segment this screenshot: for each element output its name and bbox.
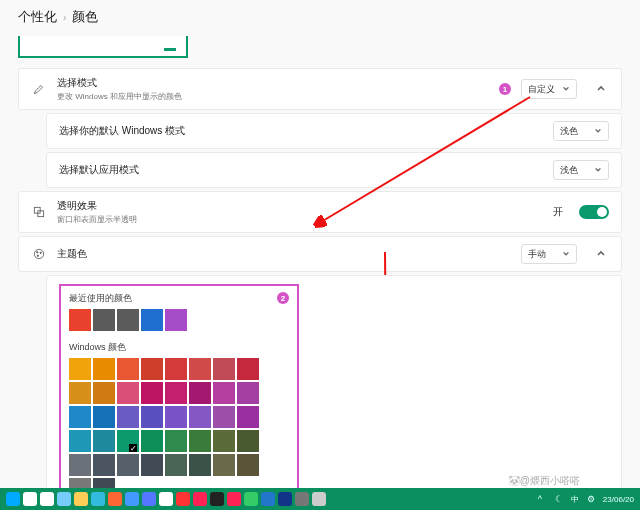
color-swatch[interactable] — [237, 358, 259, 380]
color-swatch[interactable] — [189, 382, 211, 404]
color-swatch[interactable] — [117, 454, 139, 476]
color-swatch[interactable] — [165, 454, 187, 476]
row-title: 选择默认应用模式 — [59, 163, 543, 177]
transparency-icon — [31, 204, 47, 220]
windows-mode-dropdown[interactable]: 浅色 — [553, 121, 609, 141]
color-swatch[interactable] — [93, 478, 115, 488]
taskbar-search-icon[interactable] — [23, 492, 37, 506]
taskbar-clip-icon[interactable] — [210, 492, 224, 506]
color-swatch[interactable] — [213, 454, 235, 476]
row-app-mode[interactable]: 选择默认应用模式 浅色 — [46, 152, 622, 188]
color-swatch[interactable] — [189, 454, 211, 476]
color-swatch[interactable] — [93, 454, 115, 476]
color-swatch[interactable] — [141, 406, 163, 428]
color-swatch[interactable] — [141, 454, 163, 476]
row-windows-mode[interactable]: 选择你的默认 Windows 模式 浅色 — [46, 113, 622, 149]
color-swatch[interactable] — [213, 358, 235, 380]
color-swatch[interactable] — [213, 382, 235, 404]
taskbar-y-icon[interactable] — [176, 492, 190, 506]
svg-point-4 — [34, 249, 43, 258]
row-choose-mode[interactable]: 选择模式 更改 Windows 和应用中显示的颜色 1 自定义 — [18, 68, 622, 110]
breadcrumb: 个性化 › 颜色 — [18, 0, 622, 36]
color-swatch[interactable] — [117, 406, 139, 428]
color-swatch[interactable] — [69, 382, 91, 404]
row-title: 透明效果 — [57, 199, 543, 213]
row-subtitle: 窗口和表面显示半透明 — [57, 214, 543, 225]
color-swatch[interactable] — [237, 382, 259, 404]
taskbar-capcut2-icon[interactable] — [227, 492, 241, 506]
taskbar-edge-icon[interactable] — [91, 492, 105, 506]
color-swatch[interactable] — [69, 430, 91, 452]
color-swatch[interactable] — [117, 358, 139, 380]
row-title: 主题色 — [57, 247, 511, 261]
color-swatch[interactable] — [93, 309, 115, 331]
color-swatch[interactable] — [237, 430, 259, 452]
taskbar: ^ ☾ 中 ⚙ 23/06/20 — [0, 488, 640, 510]
taskbar-taskview-icon[interactable] — [40, 492, 54, 506]
taskbar-firefox-icon[interactable] — [108, 492, 122, 506]
taskbar-wechat-icon[interactable] — [244, 492, 258, 506]
accent-dropdown[interactable]: 手动 — [521, 244, 577, 264]
color-swatch[interactable] — [93, 406, 115, 428]
row-transparency[interactable]: 透明效果 窗口和表面显示半透明 开 — [18, 191, 622, 233]
color-swatch[interactable] — [93, 382, 115, 404]
color-swatch[interactable] — [141, 430, 163, 452]
row-title: 选择你的默认 Windows 模式 — [59, 124, 543, 138]
app-mode-dropdown[interactable]: 浅色 — [553, 160, 609, 180]
brush-icon — [31, 81, 47, 97]
breadcrumb-parent[interactable]: 个性化 — [18, 8, 57, 26]
svg-point-7 — [37, 255, 38, 256]
tray-ime[interactable]: 中 — [571, 494, 579, 505]
taskbar-start-icon[interactable] — [6, 492, 20, 506]
color-swatch[interactable] — [117, 309, 139, 331]
color-swatch[interactable] — [69, 478, 91, 488]
taskbar-mail-icon[interactable] — [125, 492, 139, 506]
color-swatch[interactable] — [69, 454, 91, 476]
color-swatch[interactable] — [69, 309, 91, 331]
taskbar-explorer-icon[interactable] — [74, 492, 88, 506]
color-swatch[interactable] — [237, 454, 259, 476]
taskbar-capcut-icon[interactable] — [193, 492, 207, 506]
taskbar-lock-icon[interactable] — [295, 492, 309, 506]
tray-moon-icon[interactable]: ☾ — [552, 492, 566, 506]
tray-datetime[interactable]: 23/06/20 — [603, 495, 634, 504]
svg-rect-3 — [38, 211, 44, 217]
transparency-toggle[interactable] — [579, 205, 609, 219]
color-swatch[interactable] — [165, 358, 187, 380]
taskbar-discord-icon[interactable] — [142, 492, 156, 506]
taskbar-widgets-icon[interactable] — [57, 492, 71, 506]
color-swatch[interactable] — [189, 406, 211, 428]
taskbar-word-icon[interactable] — [261, 492, 275, 506]
color-swatch[interactable] — [237, 406, 259, 428]
tray-network-icon[interactable]: ⚙ — [584, 492, 598, 506]
breadcrumb-current: 颜色 — [72, 8, 98, 26]
color-swatch[interactable] — [141, 382, 163, 404]
row-accent-color[interactable]: 主题色 手动 — [18, 236, 622, 272]
color-swatch[interactable] — [117, 382, 139, 404]
mode-dropdown[interactable]: 自定义 — [521, 79, 577, 99]
collapse-icon[interactable] — [593, 81, 609, 97]
color-swatch[interactable] — [213, 430, 235, 452]
color-swatch[interactable] — [93, 430, 115, 452]
color-swatch[interactable] — [213, 406, 235, 428]
color-swatch[interactable] — [189, 358, 211, 380]
color-swatch[interactable] — [189, 430, 211, 452]
color-swatch[interactable] — [69, 406, 91, 428]
color-swatch[interactable] — [165, 382, 187, 404]
taskbar-ellipsis-icon[interactable] — [312, 492, 326, 506]
taskbar-ps-icon[interactable] — [278, 492, 292, 506]
collapse-icon[interactable] — [593, 246, 609, 262]
tray-expand-icon[interactable]: ^ — [533, 492, 547, 506]
taskbar-teams-icon[interactable] — [159, 492, 173, 506]
color-swatch[interactable] — [165, 309, 187, 331]
color-swatch[interactable] — [69, 358, 91, 380]
color-swatch[interactable] — [141, 358, 163, 380]
color-swatch[interactable] — [141, 309, 163, 331]
color-swatch[interactable] — [117, 430, 139, 452]
color-swatch[interactable] — [93, 358, 115, 380]
color-swatch[interactable] — [165, 406, 187, 428]
color-swatch[interactable] — [165, 430, 187, 452]
recent-colors-label: 最近使用的颜色 — [69, 292, 289, 305]
theme-preview — [18, 36, 188, 58]
row-title: 选择模式 — [57, 76, 489, 90]
